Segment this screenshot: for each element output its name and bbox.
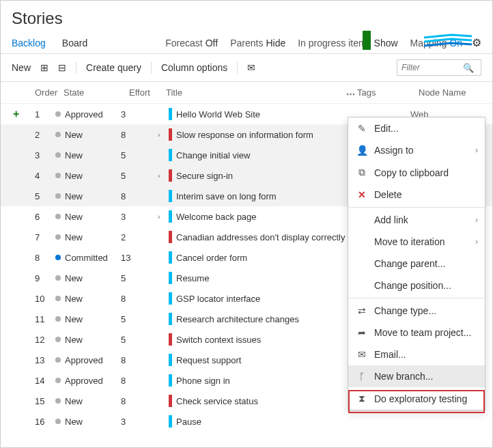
collapse-icon[interactable]: ⊟: [58, 62, 66, 73]
column-options-button[interactable]: Column options: [161, 62, 227, 73]
col-state[interactable]: State: [64, 87, 129, 98]
work-item-title[interactable]: Cancel order form: [176, 253, 247, 263]
cell-title[interactable]: Hello World Web Site: [158, 108, 349, 120]
type-stripe-icon: [169, 292, 172, 305]
type-stripe-icon: [169, 231, 172, 243]
cell-order: 9: [27, 273, 55, 283]
search-icon[interactable]: 🔍: [463, 63, 474, 73]
cell-title[interactable]: Interim save on long form: [158, 190, 349, 202]
menu-item-email[interactable]: ✉Email...: [348, 344, 485, 365]
type-stripe-icon: [169, 210, 172, 223]
col-tags[interactable]: Tags: [357, 87, 419, 98]
separator: [237, 61, 238, 74]
menu-item-label: New branch...: [374, 371, 433, 382]
menu-item-add-link[interactable]: Add link›: [348, 209, 485, 231]
menu-item-new-branch[interactable]: ᚴNew branch...: [348, 365, 485, 387]
cell-state: New: [55, 417, 121, 427]
menu-item-label: Move to iteration: [374, 236, 445, 247]
state-dot-icon: [55, 337, 61, 342]
state-dot-icon: [55, 398, 61, 404]
work-item-title[interactable]: Secure sign-in: [176, 171, 233, 181]
work-item-title[interactable]: Change initial view: [176, 150, 250, 160]
chevron-right-icon[interactable]: ›: [158, 131, 165, 139]
menu-item-change-position[interactable]: Change position...: [348, 275, 485, 296]
work-item-title[interactable]: Slow response on information form: [176, 130, 313, 140]
cell-title[interactable]: Check service status: [158, 395, 349, 407]
menu-item-assign-to[interactable]: 👤Assign to›: [348, 139, 485, 161]
chevron-right-icon[interactable]: ›: [158, 213, 165, 221]
cell-title[interactable]: Canadian addresses don't display correct…: [158, 231, 349, 243]
add-icon[interactable]: ⊞: [40, 62, 48, 73]
email-icon[interactable]: ✉: [247, 62, 255, 73]
menu-item-copy-to-clipboard[interactable]: ⧉Copy to clipboard: [348, 161, 485, 184]
work-item-title[interactable]: Switch context issues: [176, 335, 261, 345]
state-dot-icon: [55, 111, 61, 117]
cell-title[interactable]: Pause: [158, 415, 349, 428]
table-row[interactable]: +16New3Pause: [1, 411, 492, 432]
cell-title[interactable]: Cancel order form: [158, 251, 349, 264]
state-dot-icon: [55, 152, 61, 158]
parents-toggle[interactable]: ParentsHide: [230, 38, 285, 48]
cell-order: 8: [27, 253, 55, 263]
chevron-right-icon[interactable]: ›: [158, 172, 165, 180]
forecast-toggle[interactable]: ForecastOff: [165, 38, 218, 48]
cell-title[interactable]: ›Welcome back page: [158, 210, 349, 223]
chevron-right-icon: ›: [475, 145, 478, 155]
cell-state: New: [55, 232, 121, 242]
cell-title[interactable]: Research architecture changes: [158, 313, 349, 325]
menu-item-label: Copy to clipboard: [374, 167, 449, 178]
create-query-button[interactable]: Create query: [86, 62, 141, 73]
menu-item-icon: ✉: [356, 349, 367, 360]
menu-item-do-exploratory-testing[interactable]: ⧗Do exploratory testing: [348, 387, 485, 410]
state-dot-icon: [55, 296, 61, 301]
work-item-title[interactable]: Interim save on long form: [176, 191, 277, 201]
menu-item-move-to-team-project[interactable]: ➦Move to team project...: [348, 322, 485, 344]
menu-item-icon: ⧉: [356, 167, 367, 178]
work-item-title[interactable]: Research architecture changes: [176, 314, 299, 324]
row-actions-icon[interactable]: ⋯: [346, 89, 356, 99]
menu-item-change-parent[interactable]: Change parent...: [348, 253, 485, 275]
menu-item-label: Change parent...: [374, 258, 445, 269]
type-stripe-icon: [169, 251, 172, 264]
cell-title[interactable]: Switch context issues: [158, 333, 349, 346]
cell-effort: 5: [121, 150, 158, 160]
work-item-title[interactable]: Check service status: [176, 396, 258, 406]
cell-title[interactable]: GSP locator interface: [158, 292, 349, 305]
cell-effort: 8: [121, 191, 158, 201]
cell-title[interactable]: Phone sign in: [158, 374, 349, 387]
cell-title[interactable]: ›Slow response on information form: [158, 128, 349, 141]
add-row-icon[interactable]: +: [13, 108, 27, 120]
cell-effort: 5: [121, 335, 158, 345]
cell-order: 1: [27, 109, 55, 120]
cell-title[interactable]: Resume: [158, 272, 349, 284]
work-item-title[interactable]: Phone sign in: [176, 376, 230, 386]
type-stripe-icon: [169, 354, 172, 366]
cell-title[interactable]: Request support: [158, 354, 349, 366]
menu-item-move-to-iteration[interactable]: Move to iteration›: [348, 231, 485, 253]
menu-item-change-type[interactable]: ⇄Change type...: [348, 300, 485, 322]
tab-backlog[interactable]: Backlog: [12, 38, 46, 48]
col-node[interactable]: Node Name: [419, 87, 487, 98]
col-effort[interactable]: Effort: [129, 87, 166, 98]
col-title[interactable]: Title: [166, 87, 357, 98]
tab-board[interactable]: Board: [62, 38, 87, 48]
work-item-title[interactable]: Canadian addresses don't display correct…: [176, 232, 345, 242]
work-item-title[interactable]: Pause: [176, 417, 201, 427]
cell-title[interactable]: Change initial view: [158, 149, 349, 161]
gear-icon[interactable]: ⚙: [472, 36, 481, 49]
filter-input[interactable]: [402, 63, 463, 72]
cell-order: 15: [27, 396, 55, 406]
new-button[interactable]: New: [12, 62, 31, 73]
menu-item-edit[interactable]: ✎Edit...: [348, 117, 485, 139]
menu-item-icon: ⧗: [356, 393, 367, 404]
menu-item-delete[interactable]: ✕Delete: [348, 184, 485, 206]
work-item-title[interactable]: Resume: [176, 273, 209, 283]
work-item-title[interactable]: Hello World Web Site: [176, 109, 260, 120]
cell-effort: 3: [121, 417, 158, 427]
work-item-title[interactable]: Request support: [176, 355, 241, 365]
cell-title[interactable]: ›Secure sign-in: [158, 169, 349, 182]
work-item-title[interactable]: GSP locator interface: [176, 294, 260, 304]
work-item-title[interactable]: Welcome back page: [176, 212, 257, 222]
col-order[interactable]: Order: [35, 87, 64, 98]
filter-input-wrapper[interactable]: 🔍: [397, 59, 481, 76]
